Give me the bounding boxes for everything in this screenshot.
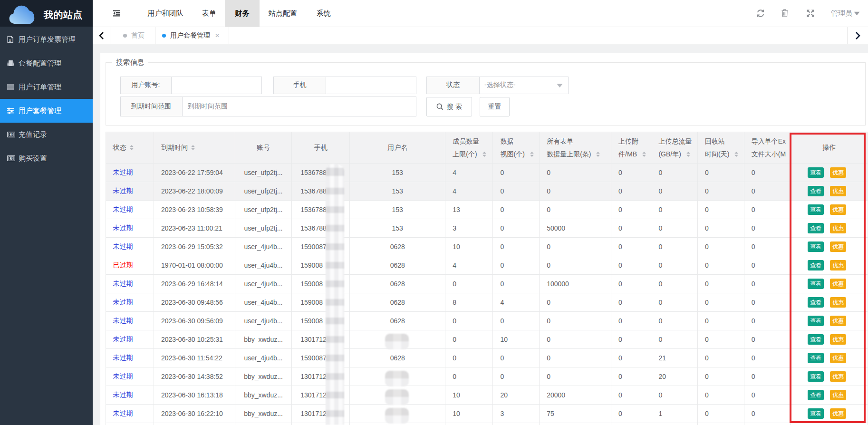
svg-text:x: x [9,38,11,43]
svg-text:1: 1 [10,133,12,136]
svg-text:1: 1 [10,156,12,160]
